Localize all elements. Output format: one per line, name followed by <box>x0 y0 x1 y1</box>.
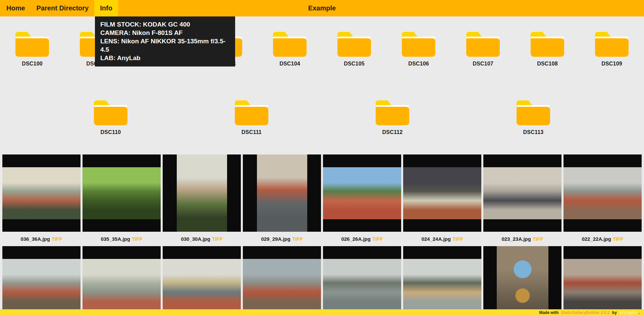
folder-icon <box>15 32 49 57</box>
nav-item-info[interactable]: Info <box>94 0 118 16</box>
folder-icon <box>376 100 409 125</box>
folders-row-2: DSC110DSC111DSC112DSC113 <box>0 100 644 135</box>
tiff-link[interactable]: TIFF <box>292 236 303 242</box>
images-section: 036_36A.jpgTIFF035_35A.jpgTIFF030_30A.jp… <box>0 154 644 316</box>
image-thumbnail[interactable] <box>323 154 401 232</box>
thumb-label: 022_22A.jpgTIFF <box>564 232 642 246</box>
folder-label: DSC100 <box>22 61 43 67</box>
image-thumbnail[interactable] <box>403 154 481 232</box>
info-tooltip-line: LENS: Nikon AF NIKKOR 35-135mm f/3.5-4.5 <box>100 37 230 54</box>
folder-item-dsc113[interactable]: DSC113 <box>517 100 550 135</box>
image-thumbnail[interactable] <box>403 246 481 316</box>
tiff-link[interactable]: TIFF <box>212 236 223 242</box>
image-filename-link[interactable]: 030_30A.jpg <box>181 236 210 242</box>
image-thumbnail[interactable] <box>2 246 80 316</box>
photo-placeholder <box>497 246 548 316</box>
folder-item-dsc111[interactable]: DSC111 <box>235 100 268 135</box>
gallery-item <box>483 246 561 316</box>
gallery-item <box>2 246 80 316</box>
folder-item-dsc112[interactable]: DSC112 <box>376 100 409 135</box>
thumb-label: 036_36A.jpgTIFF <box>2 232 80 246</box>
image-thumbnail[interactable] <box>163 246 241 316</box>
nav-item-parent-directory[interactable]: Parent Directory <box>31 0 95 16</box>
image-thumbnail[interactable] <box>83 154 161 232</box>
tiff-link[interactable]: TIFF <box>533 236 543 242</box>
image-thumbnail[interactable] <box>564 246 642 316</box>
folder-icon <box>402 32 435 57</box>
top-nav: HomeParent DirectoryInfo Example <box>0 0 644 16</box>
tiff-link[interactable]: TIFF <box>132 236 143 242</box>
folder-label: DSC106 <box>408 61 429 67</box>
info-tooltip-line: FILM STOCK: KODAK GC 400 <box>100 20 230 29</box>
image-filename-link[interactable]: 026_26A.jpg <box>341 236 371 242</box>
tiff-link[interactable]: TIFF <box>372 236 383 242</box>
image-filename-link[interactable]: 024_24A.jpg <box>421 236 451 242</box>
folder-item-dsc109[interactable]: DSC109 <box>580 32 644 67</box>
folder-label: DSC111 <box>241 129 262 135</box>
image-thumbnail[interactable] <box>243 154 321 232</box>
image-filename-link[interactable]: 023_23A.jpg <box>501 236 531 242</box>
photo-placeholder <box>257 154 307 232</box>
image-thumbnail[interactable] <box>564 154 642 232</box>
image-filename-link[interactable]: 029_29A.jpg <box>261 236 290 242</box>
thumb-label: 023_23A.jpgTIFF <box>483 232 561 246</box>
folder-icon <box>517 100 550 125</box>
folder-label: DSC110 <box>101 129 121 135</box>
footer: Made with StaticGalleryBuilder 2.6.2 by … <box>0 309 644 316</box>
folder-body <box>595 38 629 57</box>
nav-menu: HomeParent DirectoryInfo <box>0 0 118 16</box>
folder-item-dsc110[interactable]: DSC110 <box>94 100 127 135</box>
folder-body <box>376 107 409 125</box>
folder-body <box>531 38 564 57</box>
gallery-item: 024_24A.jpgTIFF <box>403 154 481 246</box>
image-row-2 <box>0 246 644 316</box>
photo-placeholder <box>2 167 80 219</box>
image-filename-link[interactable]: 036_36A.jpg <box>20 236 50 242</box>
tiff-link[interactable]: TIFF <box>613 236 624 242</box>
footer-by: by <box>611 310 618 315</box>
image-thumbnail[interactable] <box>483 154 561 232</box>
gallery-item: 029_29A.jpgTIFF <box>243 154 321 246</box>
photo-placeholder <box>564 259 642 311</box>
thumb-label: 024_24A.jpgTIFF <box>403 232 481 246</box>
folder-label: DSC109 <box>601 61 622 67</box>
photo-placeholder <box>403 259 481 311</box>
image-thumbnail[interactable] <box>2 154 80 232</box>
tiff-link[interactable]: TIFF <box>52 236 62 242</box>
folder-icon <box>273 32 307 57</box>
footer-period: . <box>639 310 640 315</box>
folder-item-dsc107[interactable]: DSC107 <box>451 32 515 67</box>
thumb-label: 029_29A.jpgTIFF <box>243 232 321 246</box>
builder-link[interactable]: StaticGalleryBuilder 2.6.2 <box>561 310 610 315</box>
folder-item-dsc104[interactable]: DSC104 <box>258 32 322 67</box>
info-tooltip: FILM STOCK: KODAK GC 400CAMERA: Nikon F-… <box>95 16 235 66</box>
photo-placeholder <box>83 167 161 219</box>
photo-placeholder <box>564 167 642 219</box>
folder-item-dsc108[interactable]: DSC108 <box>515 32 580 67</box>
thumb-label: 035_35A.jpgTIFF <box>83 232 161 246</box>
photo-placeholder <box>403 167 481 219</box>
image-thumbnail[interactable] <box>83 246 161 316</box>
folder-icon <box>595 32 629 57</box>
photo-placeholder <box>163 259 241 311</box>
footer-made-with: Made with <box>539 310 559 315</box>
folder-label: DSC108 <box>537 61 558 67</box>
image-thumbnail[interactable] <box>163 154 241 232</box>
image-thumbnail[interactable] <box>323 246 401 316</box>
srgn-logo-link[interactable]: </srgn> <box>619 310 637 315</box>
folder-item-dsc100[interactable]: DSC100 <box>0 32 64 67</box>
image-filename-link[interactable]: 035_35A.jpg <box>101 236 130 242</box>
folder-item-dsc106[interactable]: DSC106 <box>386 32 451 67</box>
nav-item-home[interactable]: Home <box>1 0 31 16</box>
image-filename-link[interactable]: 022_22A.jpg <box>582 236 611 242</box>
gallery-item: 022_22A.jpgTIFF <box>564 154 642 246</box>
folder-item-dsc105[interactable]: DSC105 <box>322 32 386 67</box>
folder-icon <box>466 32 500 57</box>
image-thumbnail[interactable] <box>483 246 561 316</box>
gallery-item <box>83 246 161 316</box>
folder-body <box>94 107 127 125</box>
image-thumbnail[interactable] <box>243 246 321 316</box>
folder-body <box>15 38 49 57</box>
folder-body <box>466 38 500 57</box>
tiff-link[interactable]: TIFF <box>452 236 463 242</box>
